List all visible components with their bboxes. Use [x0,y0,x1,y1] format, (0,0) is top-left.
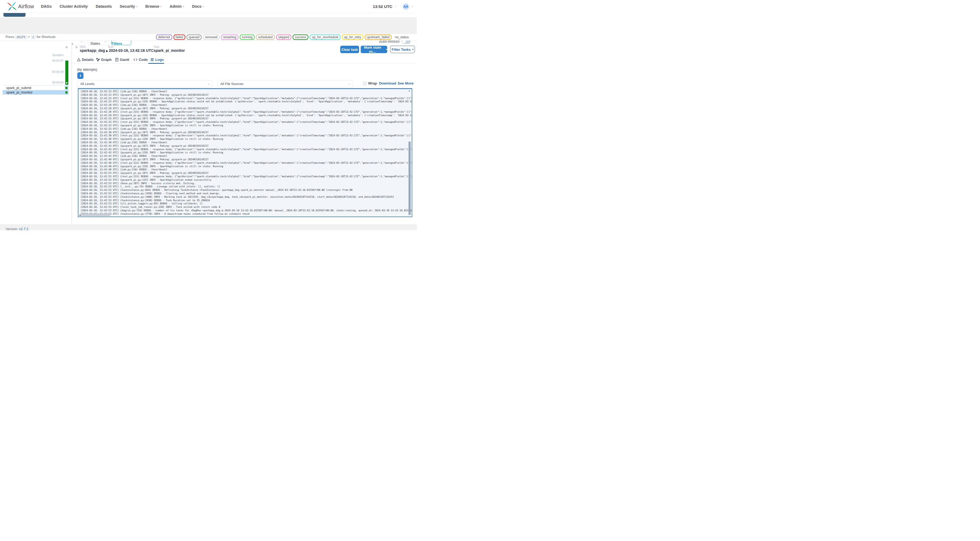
log-line: [2024-03-18, 13:42:43 UTC] {rest.py:231}… [81,148,410,151]
user-avatar[interactable]: AA [402,3,409,10]
state-badge-removed: removed [203,35,220,40]
tab-logs[interactable]: Logs [150,56,164,63]
filter-tasks-button[interactable]: Filter Tasks▾ [390,46,415,53]
state-badge-skipped: skipped [276,35,291,40]
breadcrumb-task[interactable]: spark_pi_monitor [154,48,185,53]
log-line: [2024-03-18, 13:42:28 UTC] {job.py:216} … [81,103,410,107]
nav-cluster-activity[interactable]: Cluster Activity [60,4,88,8]
log-line: [2024-03-18, 13:42:53 UTC] {local_task_j… [81,205,410,209]
log-line: [2024-03-18, 13:42:43 UTC] {job.py:216} … [81,154,410,158]
utc-clock[interactable]: 13:52 UTC [373,4,392,9]
tab-code[interactable]: Code [134,56,148,63]
chevron-double-right-icon[interactable]: » [75,45,78,50]
state-badge-queued: queued [186,35,202,40]
state-badge-failed: failed [173,35,186,40]
log-line: [2024-03-18, 13:42:48 UTC] {pyspark_pi.p… [81,165,410,168]
code-icon [134,58,137,61]
log-line: [2024-03-18, 13:42:53 UTC] {taskinstance… [81,195,410,199]
log-line: [2024-03-18, 13:42:28 UTC] {pyspark_pi.p… [81,107,410,110]
clear-task-button[interactable]: Clear task [340,46,359,53]
version-link[interactable]: v2.7.2 [19,227,29,230]
log-line: [2024-03-18, 13:42:23 UTC] {rest.py:231}… [81,97,410,100]
log-line: [2024-03-18, 13:42:33 UTC] {pyspark_pi.p… [81,117,410,120]
state-legend: deferredfailedqueuedremovedrestartingrun… [156,35,411,40]
tab-graph[interactable]: Graph [96,56,111,63]
airflow-app: Airflow DAGs Cluster Activity Datasets S… [0,0,417,230]
triangle-icon [77,58,81,61]
by-attempts-label: (by attempts) [77,67,97,72]
horizontal-scrollbar-thumb[interactable] [81,213,111,216]
sidebar-task-spark-pi-monitor[interactable]: spark_pi_monitor [3,90,68,95]
log-line: [2024-03-18, 13:42:53 UTC] {dagrun.py:73… [81,209,410,212]
nav-security[interactable]: Security▾ [120,4,137,8]
tab-gantt[interactable]: Gantt [115,56,129,63]
sidebar-task-spark-pi-submit[interactable]: spark_pi_submit [3,86,68,90]
log-lines: [2024-03-18, 13:42:23 UTC] {job.py:216} … [78,89,412,215]
log-line: [2024-03-18, 13:42:53 UTC] {cli_action_l… [81,202,410,205]
state-badge-scheduled: scheduled [256,35,275,40]
caret-down-icon: ▾ [395,5,396,8]
task-state-square[interactable] [65,91,67,94]
breadcrumb-dag[interactable]: sparkapp_dag [80,48,105,53]
vertical-scrollbar-thumb[interactable] [409,142,410,215]
mark-state-button[interactable]: Mark state as…▾ [361,46,387,53]
log-line: [2024-03-18, 13:42:53 UTC] {pyspark_pi.p… [81,178,410,182]
log-line: [2024-03-18, 13:42:48 UTC] {pyspark_pi.p… [81,158,410,161]
state-badge-up_for_retry: up_for_retry [342,35,363,40]
scroll-up-icon[interactable]: ▲ [408,89,410,92]
shift-key: shift [15,35,27,39]
log-line: [2024-03-18, 13:42:33 UTC] {rest.py:231}… [81,120,410,124]
breadcrumb-run[interactable]: ▶2024-03-18, 13:42:16 UTC [106,48,154,53]
slash-key: / [31,35,36,39]
run-column [65,60,68,85]
duration-tick: 00:00:00 [52,81,64,84]
nav-browse[interactable]: Browse▾ [145,4,162,8]
state-badge-upstream_failed: upstream_failed [365,35,391,40]
caret-down-icon: ▾ [386,48,387,51]
panel-divider[interactable] [72,43,72,224]
chevron-double-left-icon[interactable]: « [65,45,68,50]
log-level-select[interactable]: All Levels ⌄ [77,80,213,88]
download-link[interactable]: Download [379,81,396,85]
gantt-icon [115,58,119,61]
caret-down-icon: ▾ [202,5,204,8]
log-line: [2024-03-18, 13:42:53 UTC] {taskinstance… [81,199,410,202]
wrap-checkbox[interactable] [363,82,366,85]
state-badge-no_status: no_status [393,35,411,40]
log-line: [2024-03-18, 13:42:53 UTC] {taskinstance… [81,188,410,192]
log-line: [2024-03-18, 13:42:53 UTC] {base.py:287}… [81,182,410,185]
page-footer: Version: v2.7.2 [0,224,417,230]
log-line: [2024-03-18, 13:42:38 UTC] {pyspark_pi.p… [81,131,410,134]
run-duration-bar[interactable] [65,60,68,85]
caret-down-icon: ▾ [136,5,137,8]
top-navbar: Airflow DAGs Cluster Activity Datasets S… [0,0,417,13]
tab-details[interactable]: Details [77,56,94,63]
nav-admin[interactable]: Admin▾ [170,4,184,8]
log-line: [2024-03-18, 13:42:33 UTC] {pyspark_pi.p… [81,124,410,127]
see-more-link[interactable]: See More [398,81,414,85]
breadcrumb-separator: / [102,48,103,53]
log-line: [2024-03-18, 13:42:28 UTC] {rest.py:231}… [81,110,410,114]
log-line: [2024-03-18, 13:42:48 UTC] {rest.py:231}… [81,161,410,165]
play-icon [66,82,68,84]
state-badge-restarting: restarting [221,35,239,40]
nav-datasets[interactable]: Datasets [96,4,111,8]
caret-down-icon: ▾ [412,48,414,51]
main-nav: DAGs Cluster Activity Datasets Security▾… [41,4,204,8]
airflow-brand[interactable]: Airflow [7,1,34,11]
breadcrumb-run-label: Run [108,45,113,48]
log-line: [2024-03-18, 13:42:48 UTC] {job.py:216} … [81,168,410,171]
chevron-down-icon: ⌄ [348,83,350,85]
task-state-square[interactable] [65,87,67,89]
clipped-dag-toggle-button[interactable] [3,13,25,17]
grid-sidebar: « Duration 00:00:37 00:00:18 00:00:00 sp… [0,41,72,224]
nav-docs[interactable]: Docs▾ [192,4,204,8]
attempt-1-button[interactable]: 1 [77,72,83,79]
log-line: [2024-03-18, 13:42:38 UTC] {pyspark_pi.p… [81,137,410,141]
log-output-panel[interactable]: [2024-03-18, 13:42:23 UTC] {job.py:216} … [78,88,412,217]
brand-title: Airflow [18,3,34,10]
log-source-select[interactable]: All File Sources ⌄ [218,80,353,88]
tabs-divider [75,64,415,64]
nav-dags[interactable]: DAGs [41,4,52,8]
graph-icon [96,58,100,61]
